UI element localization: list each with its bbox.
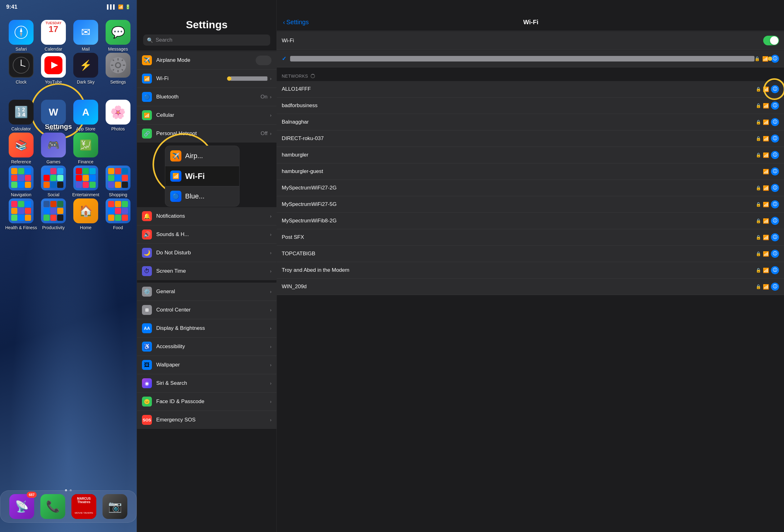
settings-search-bar[interactable]: 🔍 Search [143,34,270,46]
info-button-troyabed[interactable]: ⓘ [771,266,779,274]
settings-row-sounds[interactable]: 🔊 Sounds & H... › [137,225,276,244]
settings-row-donotdisturb[interactable]: 🌙 Do Not Disturb › [137,244,276,262]
bluetooth-value: On [261,94,268,100]
airplane-toggle[interactable] [256,56,272,65]
general-label: General [156,288,270,295]
popup-row-bluetooth[interactable]: 🔵 Blue... [165,186,239,206]
settings-row-cellular[interactable]: 📶 Cellular › [137,106,276,124]
network-row-postsfx[interactable]: Post SFX 🔒 📶 ⓘ [277,229,784,246]
app-settings[interactable]: Settings [104,53,132,84]
network-row-myspectrumb8-2g[interactable]: MySpectrumWiFib8-2G 🔒 📶 ⓘ [277,213,784,229]
settings-row-airplane[interactable]: ✈️ Airplane Mode [137,51,276,69]
info-button-myspectrum27-5g[interactable]: ⓘ [771,200,779,208]
app-grid: Safari Tuesday 17 Calendar ✉ Mail 💬 Mess… [0,14,137,52]
app-mail[interactable]: ✉ Mail [72,20,100,52]
lock-icon-myspectrum27-2g: 🔒 [756,186,761,190]
network-name-directroku: DIRECT-roku-037 [282,135,756,142]
wifi-toggle-row[interactable]: Wi-Fi [277,31,784,50]
app-calculator[interactable]: 🔢 Calculator [7,100,35,131]
dock-camera[interactable]: 📷 [103,494,128,519]
network-row-myspectrum27-5g[interactable]: MySpectrumWiFi27-5G 🔒 📶 ⓘ [277,196,784,213]
network-row-balnagghar[interactable]: Balnagghar 🔒 📶 ⓘ [277,114,784,131]
settings-row-wifi[interactable]: 📶 Wi-Fi › [137,69,276,88]
accessibility-chevron: › [270,344,272,349]
info-button-allo14fff[interactable]: ⓘ [771,85,779,93]
network-icons-troyabed: 🔒 📶 ⓘ [756,266,779,274]
network-row-myspectrum27-2g[interactable]: MySpectrumWiFi27-2G 🔒 📶 ⓘ [277,180,784,196]
app-safari[interactable]: Safari [7,20,35,52]
popup-wifi-label: Wi-Fi [185,171,205,181]
info-button-badforbusiness[interactable]: ⓘ [771,102,779,110]
info-button-directroku[interactable]: ⓘ [771,135,779,143]
popup-menu: ✈️ Airp... 📶 Wi-Fi 🔵 Blue... [165,146,240,206]
iphone-home-screen: 9:41 ▌▌▌ 📶 🔋 Safari Tuesday 17 Calendar … [0,0,137,532]
dock-marcus[interactable]: MARCUSTheatres MOVIE TAVERN [72,494,96,519]
app-youtube[interactable]: YouTube [40,53,67,84]
health-label: Health & Fitness [5,225,37,230]
network-name-myspectrum27-5g: MySpectrumWiFi27-5G [282,201,756,207]
status-bar: 9:41 ▌▌▌ 📶 🔋 [0,0,137,14]
folder-health[interactable]: Health & Fitness [7,198,35,230]
network-row-troyabed[interactable]: Troy and Abed in the Modem 🔒 📶 ⓘ [277,262,784,279]
settings-row-display[interactable]: AA Display & Brightness › [137,319,276,338]
settings-row-general[interactable]: ⚙️ General › [137,283,276,301]
network-row-win209d[interactable]: WIN_209d 🔒 📶 ⓘ [277,279,784,295]
info-button-myspectrum27-2g[interactable]: ⓘ [771,184,779,192]
wifi-connected-row[interactable]: ✓ 🔒 📶 ⓘ [277,50,784,67]
popup-row-airplane[interactable]: ✈️ Airp... [165,146,239,166]
app-home[interactable]: 🏠 Home [72,198,100,230]
settings-row-sos[interactable]: SOS Emergency SOS › [137,411,276,429]
wifi-back-button[interactable]: ‹ Settings [283,19,309,26]
settings-row-bluetooth[interactable]: 🔵 Bluetooth On › [137,88,276,106]
folder-navigation[interactable]: Navigation [7,166,35,197]
folder-entertainment[interactable]: Entertainment [72,166,100,197]
settings-row-faceid[interactable]: 😐 Face ID & Passcode › [137,393,276,411]
dock-podcasts[interactable]: 📡 687 [9,494,34,519]
network-row-hamburglerguest[interactable]: hamburgler-guest 📶 ⓘ [277,163,784,180]
app-clock[interactable]: Clock [7,53,35,84]
info-button-postsfx[interactable]: ⓘ [771,233,779,241]
app-word[interactable]: W Word [40,100,67,131]
network-row-topcatbigb[interactable]: TOPCATBIGB 🔒 📶 ⓘ [277,246,784,262]
settings-row-notifications[interactable]: 🔔 Notifications › [137,207,276,225]
settings-row-screentime[interactable]: ⏱ Screen Time › [137,262,276,280]
finance-label: Finance [78,159,93,164]
folder-food[interactable]: Food [104,198,132,230]
app-games[interactable]: 🎮 Games [40,133,67,164]
app-appstore[interactable]: A App Store [72,100,100,131]
settings-row-wallpaper[interactable]: 🖼 Wallpaper › [137,356,276,374]
back-label: Settings [286,19,309,26]
network-row-hamburgler[interactable]: hamburgler 🔒 📶 ⓘ [277,147,784,163]
wifi-toggle[interactable] [763,36,779,45]
network-name-win209d: WIN_209d [282,284,756,290]
folder-productivity[interactable]: Productivity [40,198,67,230]
network-icons-postsfx: 🔒 📶 ⓘ [756,233,779,241]
folder-social[interactable]: Social [40,166,67,197]
bluetooth-icon: 🔵 [142,92,152,102]
info-button-hamburglerguest[interactable]: ⓘ [771,167,779,175]
settings-row-hotspot[interactable]: 🔗 Personal Hotspot Off › [137,124,276,143]
settings-row-controlcenter[interactable]: ⊞ Control Center › [137,301,276,319]
folder-shopping[interactable]: Shopping [104,166,132,197]
info-button-balnagghar[interactable]: ⓘ [771,118,779,126]
dock-phone[interactable]: 📞 [40,494,65,519]
info-button-topcatbigb[interactable]: ⓘ [771,250,779,258]
info-button-myspectrumb8-2g[interactable]: ⓘ [771,217,779,225]
app-messages[interactable]: 💬 Messages [104,20,132,52]
info-button-win209d[interactable]: ⓘ [771,283,779,291]
app-finance[interactable]: 💹 Finance [72,133,100,164]
popup-row-wifi[interactable]: 📶 Wi-Fi [165,166,239,186]
svg-rect-12 [117,58,119,61]
network-name-myspectrum27-2g: MySpectrumWiFi27-2G [282,185,756,191]
home-label: Home [80,225,91,230]
app-reference[interactable]: 📚 Reference [7,133,35,164]
app-darksky[interactable]: ⚡ Dark Sky [72,53,100,84]
settings-row-siri[interactable]: ◉ Siri & Search › [137,374,276,393]
app-calendar[interactable]: Tuesday 17 Calendar [40,20,67,52]
settings-row-accessibility[interactable]: ♿ Accessibility › [137,338,276,356]
network-row-directroku[interactable]: DIRECT-roku-037 🔒 📶 ⓘ [277,131,784,147]
network-row-badforbusiness[interactable]: badforbusiness 🔒 📶 ⓘ [277,97,784,114]
info-button-hamburgler[interactable]: ⓘ [771,151,779,159]
app-photos[interactable]: 🌸 Photos [104,100,132,131]
network-row-allo14fff[interactable]: ALLO14FFF 🔒 📶 ⓘ [277,81,784,97]
